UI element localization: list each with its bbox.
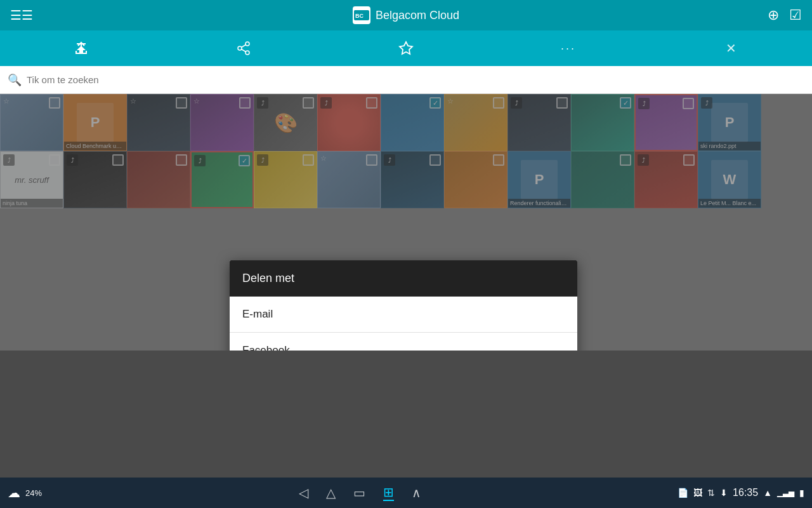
- star-button[interactable]: [387, 33, 425, 64]
- svg-point-3: [238, 46, 242, 50]
- nav-home-button[interactable]: △: [326, 485, 336, 500]
- storage-percent: 24%: [25, 488, 42, 498]
- image-icon: 🖼: [693, 488, 702, 498]
- share-button[interactable]: [225, 33, 263, 64]
- search-bar: 🔍: [0, 66, 812, 94]
- svg-point-4: [246, 51, 249, 55]
- svg-line-6: [242, 45, 246, 48]
- svg-marker-7: [400, 42, 412, 54]
- svg-text:BC: BC: [355, 13, 363, 19]
- search-input[interactable]: [27, 74, 804, 85]
- download-icon: ⬇: [720, 488, 728, 498]
- search-icon: 🔍: [8, 73, 22, 87]
- svg-point-2: [246, 42, 249, 46]
- nav-up-button[interactable]: ∧: [412, 485, 421, 500]
- toolbar: ··· ✕: [0, 30, 812, 66]
- checkbox-icon[interactable]: ☑: [789, 7, 802, 23]
- app-logo: BC: [353, 6, 370, 24]
- nav-qr-button[interactable]: ⊞: [383, 485, 394, 501]
- grid-area: ☆ P Cloud Benchmark update.pptx ☆ ☆ 🎨 ⤴ …: [0, 94, 812, 351]
- storage-info: ☁ 24%: [8, 485, 42, 500]
- file-icon: 📄: [678, 488, 688, 498]
- app-title: Belgacom Cloud: [376, 9, 459, 22]
- nav-recent-button[interactable]: ▭: [353, 485, 365, 500]
- status-right: 📄 🖼 ⇅ ⬇ 16:35 ▲ ▁▃▅ ▮: [678, 487, 804, 498]
- close-button[interactable]: ✕: [712, 33, 750, 64]
- signal-icon: ▁▃▅: [777, 488, 794, 497]
- share-email-option[interactable]: E-mail: [230, 297, 577, 333]
- upload-button[interactable]: [62, 33, 100, 64]
- share-dialog: Delen met E-mail Facebook Twitter: [230, 260, 577, 351]
- share-facebook-option[interactable]: Facebook: [230, 333, 577, 351]
- cloud-icon: ☁: [8, 485, 20, 500]
- battery-icon: ▮: [799, 488, 804, 498]
- svg-line-5: [242, 50, 246, 52]
- clock-display: 16:35: [733, 487, 758, 498]
- nav-center: ◁ △ ▭ ⊞ ∧: [299, 485, 421, 501]
- more-button[interactable]: ···: [549, 33, 587, 64]
- share-dialog-title: Delen met: [230, 260, 577, 297]
- wifi-icon: ▲: [763, 488, 772, 498]
- app-bar-right: ⊕ ☑: [768, 7, 802, 23]
- app-bar-center: BC Belgacom Cloud: [353, 6, 459, 24]
- add-icon[interactable]: ⊕: [768, 7, 779, 23]
- menu-icon[interactable]: ☰: [10, 8, 33, 23]
- nav-back-button[interactable]: ◁: [299, 485, 308, 500]
- sync-icon: ⇅: [707, 488, 715, 498]
- status-bar: ☁ 24% ◁ △ ▭ ⊞ ∧ 📄 🖼 ⇅ ⬇ 16:35 ▲ ▁▃▅ ▮: [0, 478, 812, 508]
- app-bar: ☰ BC Belgacom Cloud ⊕ ☑: [0, 0, 812, 30]
